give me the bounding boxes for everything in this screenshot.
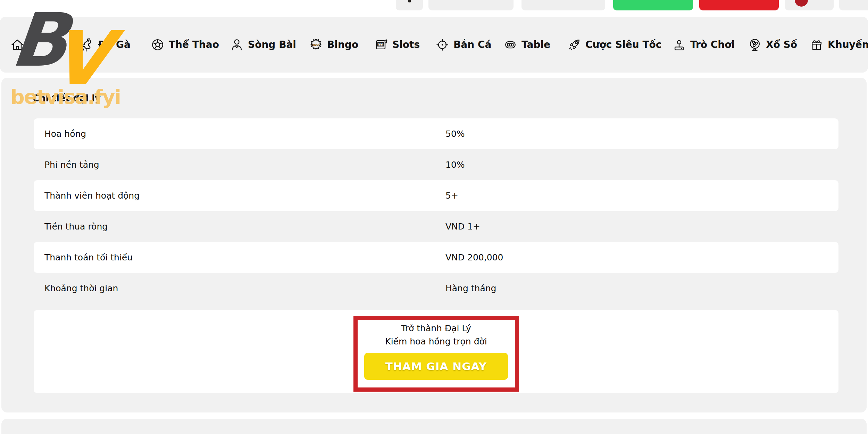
nav-item-the-thao[interactable]: Thể Thao bbox=[150, 17, 219, 73]
row-label: Phí nền tảng bbox=[34, 160, 99, 170]
nav-item-label: Bắn Cá bbox=[453, 39, 491, 50]
betvisa-logo: BETVISA bbox=[6, 0, 100, 3]
crosshair-icon bbox=[435, 37, 450, 52]
nav-item-xo-so[interactable]: Xổ Số bbox=[747, 17, 797, 73]
join-now-button[interactable]: THAM GIA NGAY bbox=[364, 353, 508, 380]
topbar-button-3[interactable] bbox=[521, 0, 605, 10]
nav-item-label: Sòng Bài bbox=[248, 39, 296, 50]
table-row: Hoa hồng50% bbox=[34, 118, 838, 149]
nav-item--a-ga[interactable]: Đá Gà bbox=[79, 17, 131, 73]
cta-highlight-box: Trở thành Đại Lý Kiếm hoa hồng trọn đời … bbox=[353, 316, 519, 392]
nav-item-ban-ca[interactable]: Bắn Cá bbox=[435, 17, 491, 73]
row-label: Thanh toán tối thiểu bbox=[34, 252, 133, 262]
table-chip-icon bbox=[503, 37, 518, 52]
logo-text-visa: VISA bbox=[48, 0, 100, 4]
row-label: Tiền thua ròng bbox=[34, 222, 108, 232]
nav-item-bingo[interactable]: BINGOBingo bbox=[308, 17, 358, 73]
table-row: Phí nền tảng10% bbox=[34, 149, 838, 180]
nav-item-tro-choi[interactable]: Trò Chơi bbox=[671, 17, 735, 73]
row-value: VND 200,000 bbox=[445, 252, 503, 262]
lottery-wheel-icon bbox=[747, 37, 762, 52]
row-value: Hàng tháng bbox=[445, 283, 496, 293]
row-label: Hoa hồng bbox=[34, 129, 86, 139]
topbar-button-2[interactable] bbox=[428, 0, 514, 10]
cta-section: Trở thành Đại Lý Kiếm hoa hồng trọn đời … bbox=[34, 310, 838, 393]
svg-text:BINGO: BINGO bbox=[311, 43, 321, 46]
next-section-panel bbox=[1, 419, 867, 434]
row-label: Khoảng thời gian bbox=[34, 283, 118, 293]
topbar-button-red[interactable] bbox=[699, 0, 779, 10]
gift-icon bbox=[809, 37, 824, 52]
agent-details-panel: Hoa hồng50%Phí nền tảng10%Thành viên hoạ… bbox=[1, 78, 867, 412]
nav-item-label: Khuyến Mãi bbox=[828, 39, 868, 50]
nav-item-label: Thể Thao bbox=[169, 39, 219, 50]
topbar-button-edge[interactable] bbox=[839, 0, 868, 10]
nav-item-table[interactable]: Table bbox=[503, 17, 550, 73]
row-value: 5+ bbox=[445, 191, 458, 201]
table-row: Tiền thua ròngVND 1+ bbox=[34, 211, 838, 242]
top-bar: BETVISA bbox=[0, 0, 868, 12]
nav-item-slots[interactable]: 777Slots bbox=[374, 17, 420, 73]
dealer-icon bbox=[229, 37, 244, 52]
nav-item-khuyen-mai[interactable]: Khuyến Mãi bbox=[809, 17, 868, 73]
cta-title-line2: Kiếm hoa hồng trọn đời bbox=[358, 335, 515, 348]
slot-machine-icon: 777 bbox=[374, 37, 389, 52]
table-row: Thành viên hoạt động5+ bbox=[34, 180, 838, 211]
table-row: Thanh toán tối thiểuVND 200,000 bbox=[34, 242, 838, 273]
nav-item-label: Table bbox=[521, 39, 550, 50]
nav-item-label: Bingo bbox=[327, 39, 358, 50]
rocket-icon bbox=[567, 37, 582, 52]
avatar bbox=[795, 0, 808, 7]
topbar-icon-button[interactable] bbox=[396, 0, 423, 10]
nav-item-home[interactable] bbox=[10, 17, 25, 73]
nav-item-label: Xổ Số bbox=[766, 39, 797, 50]
nav-item-label: Đá Gà bbox=[98, 39, 131, 50]
rooster-icon bbox=[79, 37, 94, 52]
bingo-star-icon: BINGO bbox=[308, 37, 324, 52]
main-navigation: Đá GàThể ThaoSòng BàiBINGOBingo777SlotsB… bbox=[0, 17, 868, 73]
cta-title-line1: Trở thành Đại Lý bbox=[358, 322, 515, 335]
agent-details-table: Hoa hồng50%Phí nền tảng10%Thành viên hoạ… bbox=[34, 118, 838, 304]
row-value: 10% bbox=[445, 160, 465, 170]
page-title: Chi tiết đại lý bbox=[33, 93, 101, 103]
nav-item-cuoc-sieu-toc[interactable]: Cược Siêu Tốc bbox=[567, 17, 661, 73]
svg-text:777: 777 bbox=[378, 42, 384, 46]
topbar-account-button[interactable] bbox=[785, 0, 834, 10]
nav-item-label: Trò Chơi bbox=[690, 39, 735, 50]
row-value: VND 1+ bbox=[445, 222, 480, 232]
row-label: Thành viên hoạt động bbox=[34, 191, 140, 201]
home-icon bbox=[10, 37, 25, 52]
soccer-ball-icon bbox=[150, 37, 165, 52]
logo-text-bet: BET bbox=[6, 0, 48, 4]
joystick-icon bbox=[671, 37, 687, 52]
notification-glyph-icon bbox=[408, 0, 411, 2]
row-value: 50% bbox=[445, 129, 465, 139]
nav-item-label: Cược Siêu Tốc bbox=[585, 39, 661, 50]
table-row: Khoảng thời gianHàng tháng bbox=[34, 273, 838, 304]
nav-item-song-bai[interactable]: Sòng Bài bbox=[229, 17, 296, 73]
nav-item-label: Slots bbox=[392, 39, 420, 50]
topbar-button-green[interactable] bbox=[613, 0, 693, 10]
